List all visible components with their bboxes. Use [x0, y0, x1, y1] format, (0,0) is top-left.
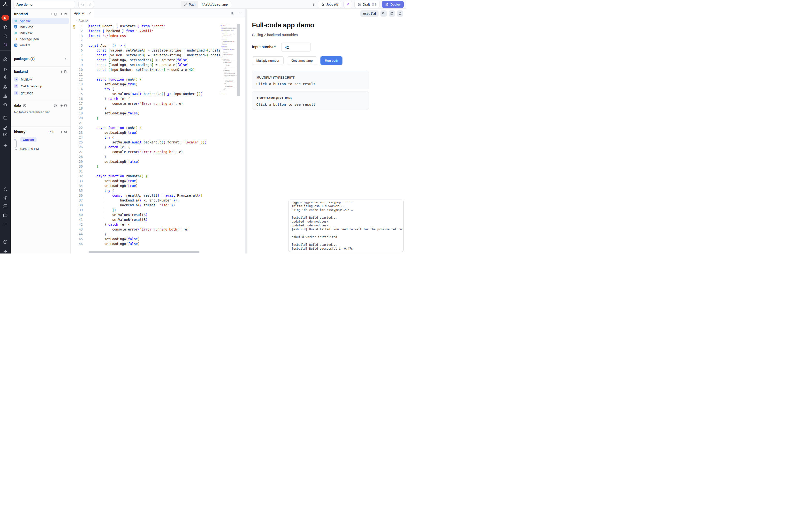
code-line[interactable]: 33 setLoadingA(true) [71, 178, 220, 183]
code-line[interactable]: 35 try { [71, 188, 220, 193]
code-line[interactable]: 25 setValueB(await backend.b({ format: '… [71, 140, 220, 145]
code-line[interactable]: 3import './index.css' [71, 34, 220, 38]
code-line[interactable]: 41 setValueB(resultB) [71, 217, 220, 222]
schedules-icon[interactable] [3, 115, 8, 120]
add-table-button[interactable] [60, 104, 67, 107]
code-line[interactable]: 22 async function runB() { [71, 125, 220, 130]
packages-section[interactable]: packages (7) [11, 51, 70, 66]
open-external-button[interactable] [389, 10, 395, 17]
get-timestamp-button[interactable]: Get timestamp [287, 56, 317, 65]
backend-item-b[interactable]: bGet timestamp [13, 83, 68, 90]
code-line[interactable]: 34 setLoadingB(true) [71, 183, 220, 188]
workspace-apps-button[interactable] [1, 15, 9, 20]
undo-button[interactable] [79, 1, 86, 8]
editor-menu-icon[interactable] [238, 11, 242, 15]
file-item-wmill-ts[interactable]: TSwmill.ts [12, 42, 69, 48]
logs-panel[interactable]: Logs (75) Using idb cache for csstype@3.… [288, 200, 404, 252]
user-icon[interactable] [3, 187, 8, 191]
code-line[interactable]: 9 const [loadingB, setLoadingB] = useSta… [71, 62, 220, 67]
vertical-scrollbar[interactable] [237, 24, 240, 253]
tutorials-icon[interactable] [3, 102, 8, 107]
code-line[interactable]: 13 setLoadingA(true) [71, 82, 220, 87]
inspect-button[interactable] [380, 10, 387, 17]
variables-icon[interactable] [3, 94, 8, 99]
code-line[interactable]: 20 } [71, 116, 220, 120]
code-line[interactable]: 2import { backend } from './wmill' [71, 29, 220, 34]
add-runnable-button[interactable] [60, 70, 67, 73]
code-line[interactable]: 7 const [valueB, setValueB] = useState<s… [71, 53, 220, 58]
home-icon[interactable] [3, 57, 8, 61]
file-item-index-css[interactable]: 3index.css [12, 24, 69, 30]
info-icon[interactable] [23, 104, 26, 107]
code-line[interactable]: 8 const [loadingA, setLoadingA] = useSta… [71, 58, 220, 62]
code-line[interactable]: 14 try { [71, 87, 220, 92]
code-line[interactable]: 11 [71, 72, 220, 77]
split-editor-icon[interactable] [231, 11, 234, 15]
code-line[interactable]: 31 [71, 169, 220, 174]
help-icon[interactable] [3, 239, 8, 244]
favorites-icon[interactable] [3, 25, 8, 30]
runs-icon[interactable] [3, 67, 8, 72]
code-line[interactable]: 5const App = () => { [71, 43, 220, 48]
code-line[interactable]: 19 setLoadingA(false) [71, 111, 220, 116]
data-settings-icon[interactable] [53, 104, 57, 107]
run-both-button[interactable]: Run both [320, 56, 342, 65]
code-line[interactable]: 42 } catch (e) { [71, 222, 220, 227]
redo-button[interactable] [86, 1, 94, 8]
logs-title[interactable]: Logs [292, 201, 299, 205]
routes-icon[interactable] [3, 125, 8, 130]
backend-item-c[interactable]: cget_logs [13, 90, 68, 96]
ai-wand-button[interactable] [343, 1, 352, 8]
search-icon[interactable] [3, 34, 8, 39]
runtime-badge[interactable]: esbuild [360, 10, 379, 17]
code-line[interactable]: 12 async function runA() { [71, 77, 220, 82]
code-line[interactable]: 46 setLoadingB(false) [71, 241, 220, 246]
add-snapshot-button[interactable] [60, 130, 67, 133]
settings-icon[interactable] [3, 195, 8, 200]
billing-icon[interactable] [3, 75, 8, 79]
multiply-number-button[interactable]: Multiply number [252, 56, 284, 65]
scrollbar-thumb[interactable] [237, 24, 240, 96]
code-area[interactable]: 1import React, { useState } from 'react'… [71, 24, 245, 253]
jobs-button[interactable]: Jobs (0) [318, 1, 341, 8]
code-line[interactable]: 30 } [71, 164, 220, 169]
code-line[interactable]: 10 const [inputNumber, setInputNumber] =… [71, 67, 220, 72]
code-line[interactable]: 15 setValueA(await backend.a({ x: inputN… [71, 92, 220, 96]
workers-icon[interactable] [3, 204, 8, 209]
backend-item-a[interactable]: aMultiply [13, 76, 68, 83]
code-line[interactable]: 40 setValueA(resultA) [71, 212, 220, 217]
code-line[interactable]: 45 setLoadingA(false) [71, 237, 220, 241]
code-line[interactable]: 43 console.error('Error running both:', … [71, 227, 220, 232]
ai-icon[interactable] [3, 43, 8, 48]
code-line[interactable]: 27 console.error('Error running b:', e) [71, 150, 220, 154]
code-line[interactable]: 16 } catch (e) { [71, 96, 220, 101]
expand-rail-icon[interactable] [3, 249, 8, 253]
code-line[interactable]: 1import React, { useState } from 'react' [71, 24, 220, 29]
audit-logs-icon[interactable] [3, 222, 8, 226]
more-menu-button[interactable] [312, 2, 316, 6]
code-line[interactable]: 24 try { [71, 135, 220, 140]
pane-resize-handle[interactable] [245, 9, 247, 253]
refresh-button[interactable] [397, 10, 403, 17]
tab-app-tsx[interactable]: App.tsx [71, 9, 94, 17]
breadcrumb[interactable]: App.tsx [71, 17, 245, 24]
app-name-input[interactable]: App demo [13, 1, 75, 8]
code-line[interactable]: 6 const [valueA, setValueA] = useState<s… [71, 48, 220, 53]
windmill-logo[interactable] [0, 0, 11, 9]
draft-button[interactable]: Draft ⌘S [354, 1, 380, 8]
code-line[interactable]: 44 } [71, 232, 220, 237]
mail-icon[interactable] [3, 132, 8, 137]
add-file-button[interactable] [50, 13, 57, 16]
folders-icon[interactable] [3, 213, 8, 218]
lightbulb-icon[interactable] [72, 24, 76, 29]
code-line[interactable]: 4 [71, 38, 220, 43]
add-folder-button[interactable] [60, 13, 67, 16]
code-line[interactable]: 36 const [resultA, resultB] = await Prom… [71, 193, 220, 198]
code-line[interactable]: 29 setLoadingB(false) [71, 159, 220, 164]
version-timestamp[interactable]: 04:48:29 PM [20, 147, 39, 151]
file-item-app-tsx[interactable]: App.tsx [12, 18, 69, 24]
input-number-field[interactable]: 42 [281, 43, 311, 52]
horizontal-scrollbar-thumb[interactable] [89, 251, 200, 253]
minimap[interactable]: import React, { useState } from 'react'i… [220, 24, 236, 130]
code-line[interactable]: 18 } [71, 106, 220, 111]
